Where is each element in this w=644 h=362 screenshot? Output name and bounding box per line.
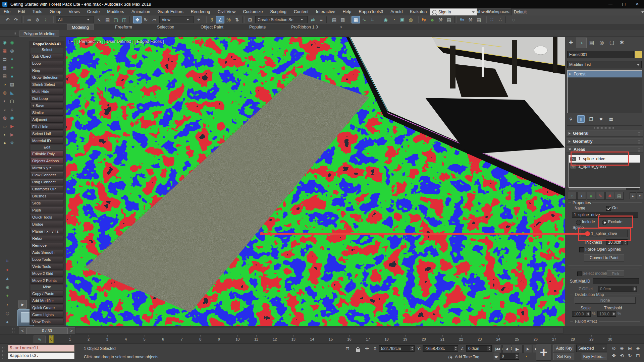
panel-grip[interactable]	[594, 127, 614, 129]
percent-snap-icon[interactable]: %	[224, 16, 233, 23]
utilities-tab[interactable]: ✱	[617, 38, 627, 48]
close-button[interactable]: ✕	[631, 0, 644, 8]
menu-create[interactable]: Create	[84, 8, 104, 15]
layer-manager-icon[interactable]: ▤	[330, 16, 338, 23]
maxscript-listener-line2[interactable]: RappaTools3.	[8, 353, 74, 359]
rappatools-button-adjacent[interactable]: Adjacent	[31, 117, 63, 123]
rappatools-button-bridge[interactable]: Bridge	[31, 222, 63, 227]
plane-tool-icon[interactable]: ▭	[1, 122, 8, 130]
use-pivot-center-icon[interactable]: ⌖	[195, 16, 203, 23]
frame-number[interactable]: 1	[65, 337, 75, 341]
rappatools-button-move-2-grid[interactable]: Move 2 Grid	[31, 271, 63, 277]
rappatools-button-similar[interactable]: Similar	[31, 110, 63, 116]
edit-named-selections-icon[interactable]: ⊞	[246, 16, 254, 23]
rappatools-button--save[interactable]: + Save	[31, 103, 63, 109]
forest-pack-icon[interactable]: Fp	[420, 16, 428, 23]
next-frame-icon[interactable]: |▶	[523, 345, 532, 353]
workspace-dropdown[interactable]: Default	[511, 8, 644, 16]
cone-tool-icon[interactable]: ▲	[8, 72, 16, 80]
rappatools-button-loop[interactable]: Loop	[31, 61, 63, 66]
rollout-general[interactable]: General	[567, 130, 643, 137]
frame-number[interactable]: 6	[158, 337, 168, 341]
menu-group[interactable]: Group	[46, 8, 65, 15]
menu-interactive[interactable]: Interactive	[312, 8, 339, 15]
zoom-icon[interactable]: ⊙	[610, 345, 618, 352]
track-bar[interactable]: ∿ 01234567891011121314151617181920212223…	[0, 335, 644, 343]
frame-step-buttons[interactable]: ◀▶	[493, 353, 499, 360]
rappatools-button-slide[interactable]: Slide	[31, 200, 63, 206]
frame-number[interactable]: 2	[84, 337, 94, 341]
auto-key-button[interactable]: Auto Key	[553, 345, 575, 352]
area-on-checkbox[interactable]	[606, 206, 611, 211]
rappatools-button-quick-create[interactable]: Quick Create	[31, 305, 63, 311]
object-name-field[interactable]: Forest001	[567, 51, 634, 58]
select-models-checkbox[interactable]	[577, 272, 582, 276]
ribbon-minimize-icon[interactable]: ▼	[335, 24, 347, 30]
undo-icon[interactable]: ↶	[3, 16, 12, 23]
particle-flow-icon[interactable]: ∴	[496, 16, 504, 23]
force-open-splines-checkbox[interactable]	[579, 247, 584, 252]
scene-explorer-icon[interactable]: ▥	[338, 16, 347, 23]
frame-number[interactable]: 15	[326, 337, 336, 341]
forest-library-icon[interactable]: ▤	[445, 16, 453, 23]
rappatools-button-sub-object[interactable]: Sub Object	[31, 54, 63, 59]
time-configuration-icon[interactable]: ◔	[522, 353, 530, 360]
rappatools-button-flow-connect[interactable]: Flow Connect	[31, 172, 63, 178]
target-icon[interactable]: ◉	[5, 285, 9, 290]
rappatools-button-auto-smooth[interactable]: Auto Smooth	[31, 250, 63, 255]
hierarchy-tab[interactable]: ▤	[587, 38, 597, 48]
rappatools-button-copy-paste[interactable]: Copy / Paste	[31, 291, 63, 297]
rappatools-button-multi-hide[interactable]: Multi Hide	[31, 89, 63, 95]
time-slider-grip[interactable]	[12, 328, 15, 333]
rappatools-button-move-2-points[interactable]: Move 2 Points	[31, 278, 63, 284]
red-ball-icon[interactable]: ●	[6, 267, 9, 272]
coordinate-display-icon[interactable]: ✛	[363, 345, 371, 352]
render-production-icon[interactable]: ◍	[407, 16, 415, 23]
frame-number[interactable]: 23	[475, 337, 485, 341]
rappatools-button-push[interactable]: Push	[31, 207, 63, 213]
rappatools-button-brushes[interactable]: Brushes	[31, 193, 63, 199]
scale-spinner[interactable]: 100.0	[572, 311, 591, 317]
railclone-library-icon[interactable]: ▤	[475, 16, 483, 23]
select-and-move-icon[interactable]: ✥	[133, 16, 142, 23]
window-crossing-icon[interactable]: ◫	[120, 16, 128, 23]
areas-list-scrollbar[interactable]	[569, 188, 640, 190]
previous-frame-icon[interactable]: ◀|	[502, 345, 511, 353]
rappatools-button-quick-tools[interactable]: Quick Tools	[31, 215, 63, 220]
z-offset-spinner[interactable]: 0.0cm	[598, 286, 637, 292]
material-editor-icon[interactable]: ◉	[381, 16, 390, 23]
bind-to-spacewarp-icon[interactable]: ≀	[42, 16, 50, 23]
menu-krakatoa[interactable]: Krakatoa	[406, 8, 430, 15]
rappatools-button-champfer-op[interactable]: Champfer OP	[31, 186, 63, 192]
menu-customize[interactable]: Customize	[239, 8, 266, 15]
current-frame-field[interactable]: 0	[500, 353, 519, 360]
rappatools-button-loop-tools[interactable]: Loop Tools	[31, 257, 63, 262]
menu-rappatools3[interactable]: RappaTools3	[355, 8, 387, 15]
rappatools-button-add-modifier[interactable]: Add Modifier	[31, 298, 63, 304]
moon-tool-icon[interactable]: ◐	[1, 97, 8, 105]
include-radio[interactable]	[576, 220, 581, 225]
menu-scripting[interactable]: Scripting	[266, 8, 290, 15]
distribution-none-button[interactable]: None	[575, 297, 636, 304]
rappatools-button-shrink-select[interactable]: Shrink Select	[31, 82, 63, 87]
menu-graph-editors[interactable]: Graph Editors	[154, 8, 187, 15]
menu-arnold[interactable]: Arnold	[387, 8, 406, 15]
menu-help[interactable]: Help	[339, 8, 355, 15]
viewport-label[interactable]: [ + ] [ Perspective ] [ User Defined ] […	[68, 39, 164, 44]
frame-number[interactable]: 21	[437, 337, 447, 341]
rappatools-button-dot-loop[interactable]: Dot Loop	[31, 96, 63, 102]
select-object-icon[interactable]: ↖	[95, 16, 103, 23]
rappatools-button-objects-actions[interactable]: Objects Actions	[31, 158, 63, 164]
x-coordinate-field[interactable]: 522.792cm	[379, 345, 415, 352]
ribbon-tab-populate[interactable]: Populate	[245, 24, 270, 30]
schematic-view-icon[interactable]: ⌗	[368, 16, 377, 23]
zoom-extents-icon[interactable]: ⊞	[626, 345, 634, 352]
ring-tool-icon[interactable]: ○	[8, 105, 16, 114]
ribbon-tab-selection[interactable]: Selection	[153, 24, 178, 30]
tab-polygon-modeling[interactable]: Polygon Modeling	[19, 31, 59, 37]
play-tool-icon[interactable]: ▶	[8, 122, 16, 130]
rappatools-button-select-half[interactable]: Select Half	[31, 131, 63, 137]
next-frame-button[interactable]: >	[68, 327, 75, 334]
grid-tool-icon[interactable]: ▤	[1, 55, 8, 63]
add-surface-area-icon[interactable]: ◖	[577, 192, 586, 200]
